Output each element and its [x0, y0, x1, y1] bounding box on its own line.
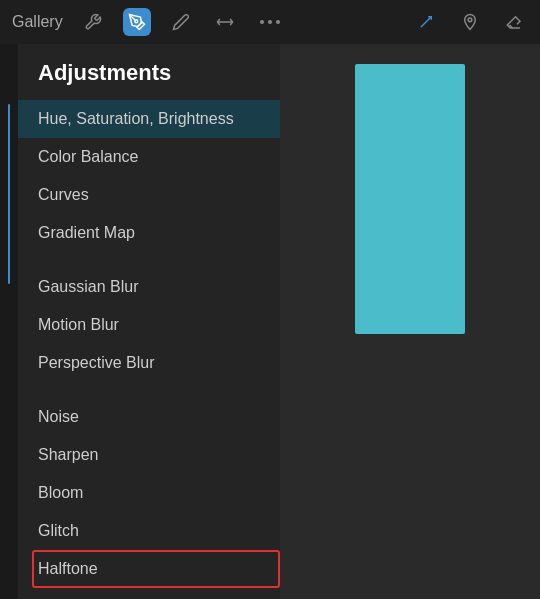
brush-icon[interactable] — [123, 8, 151, 36]
menu-item-gaussian-blur[interactable]: Gaussian Blur — [18, 268, 280, 306]
menu-item-motion-blur[interactable]: Motion Blur — [18, 306, 280, 344]
canvas-area — [280, 44, 540, 599]
menu-item-sharpen[interactable]: Sharpen — [18, 436, 280, 474]
canvas-preview — [355, 64, 465, 334]
wrench-icon[interactable] — [79, 8, 107, 36]
menu-item-noise[interactable]: Noise — [18, 398, 280, 436]
arrow-selection-icon[interactable] — [211, 8, 239, 36]
menu-item-halftone[interactable]: Halftone — [18, 550, 280, 588]
menu-item-perspective-blur[interactable]: Perspective Blur — [18, 344, 280, 382]
toolbar: Gallery — [0, 0, 540, 44]
menu-item-color-balance[interactable]: Color Balance — [18, 138, 280, 176]
menu-item-curves[interactable]: Curves — [18, 176, 280, 214]
pen-blue-icon[interactable] — [412, 8, 440, 36]
toolbar-dots — [260, 20, 280, 24]
eraser-icon[interactable] — [500, 8, 528, 36]
svg-line-2 — [421, 17, 432, 28]
svg-point-0 — [134, 20, 137, 23]
menu-item-hue-sat-bright[interactable]: Hue, Saturation, Brightness — [18, 100, 280, 138]
menu-item-bloom[interactable]: Bloom — [18, 474, 280, 512]
stylus-icon[interactable] — [167, 8, 195, 36]
menu-item-chromatic-aberration[interactable]: Chromatic Aberration — [18, 588, 280, 599]
menu-item-glitch[interactable]: Glitch — [18, 512, 280, 550]
sidebar-strip — [0, 44, 18, 599]
menu-item-gradient-map[interactable]: Gradient Map — [18, 214, 280, 252]
gallery-button[interactable]: Gallery — [12, 13, 63, 31]
active-indicator — [8, 104, 10, 284]
svg-point-3 — [468, 18, 472, 22]
dropper-icon[interactable] — [456, 8, 484, 36]
toolbar-right — [412, 8, 528, 36]
panel-title: Adjustments — [18, 44, 280, 100]
adjustments-panel: Adjustments Hue, Saturation, Brightness … — [18, 44, 280, 599]
